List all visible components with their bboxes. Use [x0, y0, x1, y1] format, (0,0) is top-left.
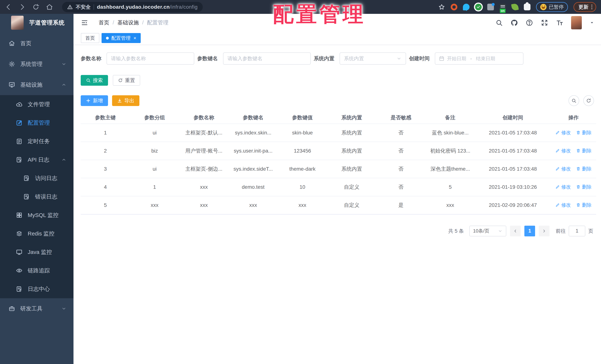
table-header-row: 参数主键参数分组参数名称参数键名参数键值系统内置是否敏感备注创建时间操作	[81, 111, 596, 124]
sidebar-item-1[interactable]: 系统管理	[0, 54, 73, 74]
table-row-1: 2biz用户管理-账号...sys.user.init-pa...123456系…	[81, 142, 596, 160]
config-table: 参数主键参数分组参数名称参数键名参数键值系统内置是否敏感备注创建时间操作 1ui…	[81, 111, 596, 215]
update-button[interactable]: 更新	[573, 2, 596, 12]
actions-cell: 修改删除	[551, 178, 596, 196]
edit-link[interactable]: 修改	[555, 166, 571, 172]
builtin-select[interactable]: 系统内置	[340, 52, 406, 65]
table-cell: xxx	[278, 196, 327, 214]
sidebar-item-label: Redis 监控	[28, 230, 54, 237]
column-header: 参数分组	[130, 111, 179, 124]
delete-link[interactable]: 删除	[576, 130, 591, 136]
help-icon[interactable]	[526, 19, 533, 26]
param-name-input[interactable]	[107, 52, 194, 65]
extension-grid-icon[interactable]	[487, 4, 494, 10]
bookmark-star-icon[interactable]	[438, 3, 445, 10]
export-button[interactable]: 导出	[112, 95, 140, 106]
extension-leaf-icon[interactable]	[511, 3, 519, 11]
sidebar-item-10[interactable]: Redis 监控	[0, 224, 73, 243]
add-button[interactable]: 新增	[81, 95, 108, 106]
date-range-picker[interactable]: 开始日期 - 结束日期	[435, 52, 523, 65]
page-size-select[interactable]: 10条/页	[469, 226, 506, 236]
edit-link[interactable]: 修改	[555, 184, 571, 190]
sidebar-item-0[interactable]: 首页	[0, 33, 73, 54]
table-cell: demo.test	[229, 178, 278, 196]
extension-onoff-icon[interactable]	[500, 4, 506, 10]
delete-link[interactable]: 删除	[576, 202, 591, 208]
table-cell: 系统内置	[327, 124, 376, 142]
extension-check-icon[interactable]	[475, 4, 482, 10]
user-avatar[interactable]	[571, 16, 582, 29]
table-cell: ui	[130, 124, 179, 142]
sidebar-item-4[interactable]: 配置管理	[0, 114, 73, 132]
search-button[interactable]: 搜索	[81, 75, 108, 86]
sidebar-item-12[interactable]: 链路追踪	[0, 261, 73, 280]
param-name-label: 参数名称	[81, 55, 101, 62]
extension-pin-icon[interactable]	[463, 4, 470, 10]
toggle-search-button[interactable]	[569, 95, 579, 106]
sidebar-item-label: 访问日志	[35, 174, 57, 182]
close-tab-icon[interactable]: ×	[133, 36, 136, 40]
delete-link[interactable]: 删除	[576, 166, 591, 172]
forward-icon[interactable]	[19, 3, 26, 11]
breadcrumb-item-1[interactable]: 基础设施	[117, 19, 139, 26]
eye-icon	[16, 267, 22, 274]
column-header: 参数键值	[278, 111, 327, 124]
reload-icon[interactable]	[32, 3, 40, 11]
extension-orange-icon[interactable]	[451, 4, 457, 10]
sidebar-item-label: 错误日志	[35, 193, 57, 201]
sidebar-item-14[interactable]: 研发工具	[0, 298, 73, 319]
address-bar[interactable]: 不安全 dashboard.yudao.iocoder.cn/infra/con…	[62, 2, 203, 12]
user-menu-caret-icon[interactable]	[590, 20, 594, 25]
extensions-puzzle-icon[interactable]	[524, 4, 531, 10]
sidebar-menu: 首页系统管理基础设施文件管理配置管理定时任务API 日志访问日志错误日志MySQ…	[0, 31, 73, 319]
sidebar-item-3[interactable]: 文件管理	[0, 95, 73, 114]
collapse-sidebar-icon[interactable]	[81, 19, 88, 26]
delete-link[interactable]: 删除	[576, 148, 591, 154]
fullscreen-icon[interactable]	[541, 19, 548, 26]
refresh-table-button[interactable]	[583, 95, 594, 106]
table-cell: 否	[376, 160, 426, 178]
sidebar-item-11[interactable]: Java 监控	[0, 243, 73, 261]
tab-1[interactable]: 配置管理×	[101, 33, 141, 43]
table-cell: 3	[81, 160, 130, 178]
breadcrumb-item-2: 配置管理	[147, 19, 168, 26]
edit-link[interactable]: 修改	[555, 202, 571, 208]
github-icon[interactable]	[511, 19, 518, 26]
prev-page-button[interactable]	[510, 226, 521, 236]
param-key-input[interactable]	[223, 52, 311, 65]
column-header: 创建时间	[475, 111, 551, 124]
actions-cell: 修改删除	[551, 196, 596, 214]
delete-link-label: 删除	[582, 184, 591, 190]
sidebar-item-5[interactable]: 定时任务	[0, 132, 73, 151]
browser-home-icon[interactable]	[46, 3, 53, 11]
edit-link[interactable]: 修改	[555, 148, 571, 154]
chevron-down-icon	[498, 229, 503, 233]
sidebar-item-2[interactable]: 基础设施	[0, 74, 73, 95]
font-size-icon[interactable]	[556, 19, 563, 26]
table-cell: sys.index.sideT...	[229, 160, 278, 178]
sidebar-item-13[interactable]: 日志中心	[0, 280, 73, 298]
edit-link[interactable]: 修改	[555, 130, 571, 136]
current-page-button[interactable]: 1	[524, 226, 535, 236]
filter-form: 参数名称 参数键名 系统内置 系统内置 创建时间	[81, 52, 596, 65]
back-icon[interactable]	[5, 3, 12, 11]
search-icon[interactable]	[495, 19, 503, 26]
sidebar-item-9[interactable]: MySQL 监控	[0, 206, 73, 224]
paused-badge[interactable]: 已暂停	[536, 2, 568, 12]
sidebar-item-label: 系统管理	[20, 61, 42, 68]
sidebar-item-7[interactable]: 访问日志	[0, 169, 73, 187]
browser-menu-icon[interactable]	[591, 5, 592, 9]
table-cell: 系统内置	[327, 160, 376, 178]
tab-0[interactable]: 首页	[81, 33, 99, 43]
goto-page-input[interactable]	[569, 226, 585, 236]
table-cell: 用户管理-账号...	[179, 142, 229, 160]
delete-link[interactable]: 删除	[576, 184, 591, 190]
delete-link-label: 删除	[582, 166, 591, 172]
sidebar-item-6[interactable]: API 日志	[0, 151, 73, 169]
breadcrumb: 首页/基础设施/配置管理	[99, 19, 168, 26]
sidebar-item-8[interactable]: 错误日志	[0, 187, 73, 206]
reset-button[interactable]: 重置	[113, 75, 140, 86]
breadcrumb-item-0[interactable]: 首页	[99, 19, 109, 26]
sidebar-logo-row: 芋道管理系统	[0, 14, 73, 31]
next-page-button[interactable]	[539, 226, 550, 236]
